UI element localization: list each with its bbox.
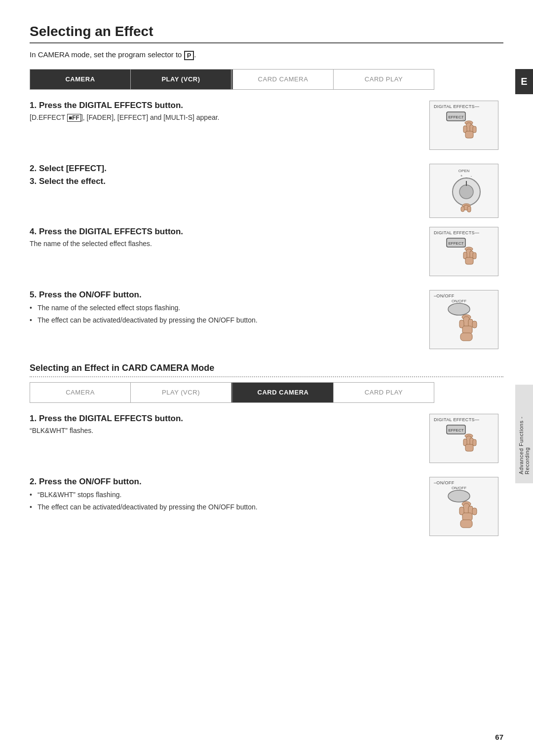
step-5-heading: 5. Press the ON/OFF button. xyxy=(30,290,410,300)
section-5-text: 5. Press the ON/OFF button. The name of … xyxy=(30,290,424,327)
section-5-image: –ON/OFF ON/OFF xyxy=(424,290,503,349)
intro-text: In CAMERA mode, set the program selector… xyxy=(30,50,503,60)
section-b1-text: 1. Press the DIGITAL EFFECTS button. “BL… xyxy=(30,414,424,436)
icon-label-5: –ON/OFF xyxy=(434,293,455,298)
step-1-heading: 1. Press the DIGITAL EFFECTS button. xyxy=(30,101,410,110)
svg-text:OPEN: OPEN xyxy=(458,169,470,173)
step-4-heading: 4. Press the DIGITAL EFFECTS button. xyxy=(30,227,410,237)
svg-rect-37 xyxy=(460,333,472,341)
svg-rect-6 xyxy=(473,126,476,133)
step-2-heading: 2. Select [EFFECT]. xyxy=(30,164,410,174)
svg-point-11 xyxy=(459,185,473,199)
section-b2-image: –ON/OFF ON/OFF xyxy=(424,477,503,536)
svg-rect-18 xyxy=(461,207,464,212)
icon-label-b1: DIGITAL EFFECTS— xyxy=(434,417,479,422)
page-title: Selecting an Effect xyxy=(30,24,503,43)
svg-point-47 xyxy=(448,490,470,502)
side-label: Advanced Functions - Recording xyxy=(515,385,533,483)
section-4-text: 4. Press the DIGITAL EFFECTS button. The… xyxy=(30,227,424,250)
step-5-bullets: The name of the selected effect stops fl… xyxy=(30,303,410,325)
on-off-button-b2-svg: ON/OFF xyxy=(432,480,496,532)
section-4: 4. Press the DIGITAL EFFECTS button. The… xyxy=(30,227,503,276)
page-number: 67 xyxy=(495,733,503,741)
bullet-5-2: The effect can be activated/deactivated … xyxy=(30,315,410,325)
subsection-title: Selecting an Effect in CARD CAMERA Mode xyxy=(30,363,503,377)
section-4-image: DIGITAL EFFECTS— EFFECT xyxy=(424,227,503,276)
selector-dial-svg: OPEN → + - xyxy=(434,167,494,214)
section-b2: 2. Press the ON/OFF button. “BLK&WHT” st… xyxy=(30,477,503,536)
section-b1: 1. Press the DIGITAL EFFECTS button. “BL… xyxy=(30,414,503,463)
section-2-3: 2. Select [EFFECT]. 3. Select the effect… xyxy=(30,164,503,218)
mode-bar-bottom: CAMERA PLAY (VCR) CARD CAMERA CARD PLAY xyxy=(30,382,434,403)
svg-text:ON/OFF: ON/OFF xyxy=(452,299,466,303)
page-container: E Advanced Functions - Recording Selecti… xyxy=(0,0,533,756)
hand-press-icon-4: EFFECT xyxy=(442,234,486,269)
on-off-button-svg: ON/OFF xyxy=(432,293,496,345)
mode-cell-play-vcr-top: PLAY (VCR) xyxy=(131,70,231,89)
icon-label-1: DIGITAL EFFECTS— xyxy=(434,104,479,109)
mode-cell-camera-top: CAMERA xyxy=(30,70,131,89)
section-2-3-image: OPEN → + - xyxy=(424,164,503,218)
on-off-icon-b2: –ON/OFF ON/OFF xyxy=(429,477,498,536)
section-b2-text: 2. Press the ON/OFF button. “BLK&WHT” st… xyxy=(30,477,424,514)
svg-text:EFFECT: EFFECT xyxy=(448,241,463,246)
icon-label-4: DIGITAL EFFECTS— xyxy=(434,230,479,235)
section-5: 5. Press the ON/OFF button. The name of … xyxy=(30,290,503,349)
svg-text:-: - xyxy=(471,174,472,178)
digital-effects-icon-1: DIGITAL EFFECTS— EFFECT xyxy=(429,101,498,150)
svg-rect-54 xyxy=(460,520,472,528)
digital-effects-icon-b1: DIGITAL EFFECTS— EFFECT xyxy=(429,414,498,463)
svg-text:+: + xyxy=(460,174,462,178)
svg-rect-44 xyxy=(473,439,476,446)
svg-rect-45 xyxy=(465,444,473,451)
mode-bar-top: CAMERA PLAY (VCR) CARD CAMERA CARD PLAY xyxy=(30,69,434,90)
mode-cell-card-camera-top: CARD CAMERA xyxy=(233,70,334,89)
svg-rect-35 xyxy=(472,321,477,328)
bullet-b2-1: “BLK&WHT” stops flashing. xyxy=(30,490,410,500)
digital-effects-icon-4: DIGITAL EFFECTS— EFFECT xyxy=(429,227,498,276)
section-1: 1. Press the DIGITAL EFFECTS button. [D.… xyxy=(30,101,503,150)
side-tab-e: E xyxy=(515,69,533,94)
step-3-heading: 3. Select the effect. xyxy=(30,177,410,186)
step-b2-heading: 2. Press the ON/OFF button. xyxy=(30,477,410,487)
mode-cell-camera-bottom: CAMERA xyxy=(30,383,131,402)
section-b1-image: DIGITAL EFFECTS— EFFECT xyxy=(424,414,503,463)
svg-rect-19 xyxy=(467,206,471,212)
step-4-body: The name of the selected effect flashes. xyxy=(30,240,410,248)
section-1-image: DIGITAL EFFECTS— EFFECT xyxy=(424,101,503,150)
svg-point-30 xyxy=(448,303,470,315)
mode-cell-card-play-top: CARD PLAY xyxy=(334,70,434,89)
bullet-5-1: The name of the selected effect stops fl… xyxy=(30,303,410,313)
svg-text:→: → xyxy=(465,176,468,180)
hand-press-icon-b1: EFFECT xyxy=(442,421,486,456)
step-b2-bullets: “BLK&WHT” stops flashing. The effect can… xyxy=(30,490,410,512)
icon-label-b2: –ON/OFF xyxy=(434,480,455,485)
section-1-text: 1. Press the DIGITAL EFFECTS button. [D.… xyxy=(30,101,424,123)
program-symbol: P xyxy=(184,51,194,60)
hand-press-icon-1: EFFECT xyxy=(442,108,486,143)
svg-text:EFFECT: EFFECT xyxy=(448,115,463,119)
bullet-b2-2: The effect can be activated/deactivated … xyxy=(30,502,410,512)
step-b1-heading: 1. Press the DIGITAL EFFECTS button. xyxy=(30,414,410,424)
svg-rect-7 xyxy=(465,131,473,138)
step-1-body: [D.EFFECT ■FF], [FADER], [EFFECT] and [M… xyxy=(30,113,410,121)
svg-text:ON/OFF: ON/OFF xyxy=(452,486,466,490)
mode-cell-play-vcr-bottom: PLAY (VCR) xyxy=(131,383,231,402)
step-b1-body: “BLK&WHT” flashes. xyxy=(30,427,410,434)
svg-rect-52 xyxy=(472,508,477,515)
mode-cell-card-play-bottom: CARD PLAY xyxy=(334,383,434,402)
svg-rect-26 xyxy=(473,252,476,259)
svg-rect-27 xyxy=(465,257,473,264)
svg-text:EFFECT: EFFECT xyxy=(448,428,463,432)
side-label-text: Advanced Functions - Recording xyxy=(518,394,530,474)
selector-icon: OPEN → + - xyxy=(429,164,498,218)
mode-cell-card-camera-bottom: CARD CAMERA xyxy=(233,383,334,402)
on-off-icon-5: –ON/OFF ON/OFF xyxy=(429,290,498,349)
section-2-3-text: 2. Select [EFFECT]. 3. Select the effect… xyxy=(30,164,424,189)
